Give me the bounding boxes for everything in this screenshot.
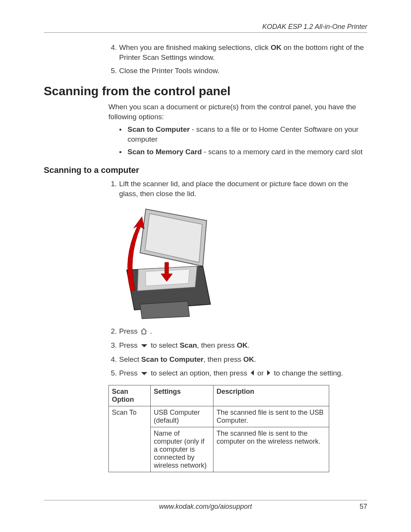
step-number: 5. <box>108 368 119 379</box>
table-row: Scan To USB Computer (default) The scann… <box>109 406 329 427</box>
cell-setting: Name of computer (only if a computer is … <box>151 427 213 472</box>
svg-marker-5 <box>140 301 190 319</box>
right-arrow-icon <box>266 369 271 379</box>
prev-steps-list: 4. When you are finished making selectio… <box>108 43 367 76</box>
step-text: Press . <box>119 326 367 337</box>
step-number: 3. <box>108 340 119 351</box>
step-number: 1. <box>108 179 119 198</box>
page-number: 57 <box>360 503 367 511</box>
page-footer: www.kodak.com/go/aiosupport 57 <box>44 500 367 511</box>
step-text: Lift the scanner lid, and place the docu… <box>119 179 367 198</box>
table-header-row: Scan Option Settings Description <box>109 385 329 406</box>
down-arrow-icon <box>140 369 148 379</box>
home-icon <box>140 327 147 337</box>
cell-scan-option: Scan To <box>109 406 151 472</box>
cell-description: The scanned file is sent to the USB Comp… <box>213 406 329 427</box>
step-text: Press to select an option, then press or… <box>119 368 367 379</box>
list-item: Scan to Memory Card - scans to a memory … <box>127 147 363 157</box>
page-header: KODAK ESP 1.2 All-in-One Printer <box>262 23 367 30</box>
scan-options-list: Scan to Computer - scans to a file or to… <box>119 125 367 157</box>
footer-url: www.kodak.com/go/aiosupport <box>159 503 252 510</box>
step-text: When you are finished making selections,… <box>119 43 367 62</box>
cell-description: The scanned file is sent to the computer… <box>213 427 329 472</box>
step-text: Close the Printer Tools window. <box>119 66 367 76</box>
col-settings: Settings <box>151 385 213 406</box>
heading-scanning-to-computer: Scanning to a computer <box>44 165 367 175</box>
svg-marker-6 <box>141 344 147 347</box>
step-number: 4. <box>108 43 119 62</box>
step-number: 5. <box>108 66 119 76</box>
left-arrow-icon <box>250 369 255 379</box>
down-arrow-icon <box>140 341 148 351</box>
col-scan-option: Scan Option <box>109 385 151 406</box>
intro-paragraph: When you scan a document or picture(s) f… <box>108 102 367 121</box>
heading-scanning-control-panel: Scanning from the control panel <box>44 84 367 98</box>
svg-marker-8 <box>251 370 254 375</box>
scanner-lid-figure-icon <box>119 205 218 320</box>
step-text: Select Scan to Computer, then press OK. <box>119 355 367 364</box>
scan-options-table: Scan Option Settings Description Scan To… <box>108 385 329 472</box>
list-item: Scan to Computer - scans to a file or to… <box>127 125 367 144</box>
computer-steps-list: 1. Lift the scanner lid, and place the d… <box>108 179 367 198</box>
page-content: 4. When you are finished making selectio… <box>44 43 367 472</box>
svg-marker-9 <box>267 370 270 375</box>
col-description: Description <box>213 385 329 406</box>
computer-steps-list-2: 2. Press . 3. Press to select Scan, th <box>108 326 367 378</box>
step-text: Press to select Scan, then press OK. <box>119 340 367 351</box>
cell-setting: USB Computer (default) <box>151 406 213 427</box>
step-number: 2. <box>108 326 119 337</box>
step-number: 4. <box>108 355 119 364</box>
svg-marker-7 <box>141 372 147 375</box>
printer-illustration <box>119 205 218 320</box>
